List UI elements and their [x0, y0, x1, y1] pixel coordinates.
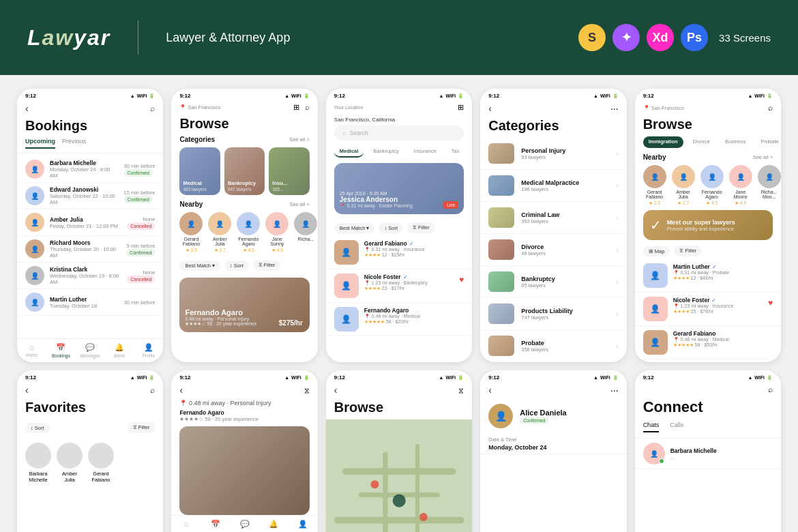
filter-tab-tax[interactable]: Tax	[446, 146, 465, 158]
nav-profile[interactable]: 👤	[289, 520, 318, 529]
grid-icon[interactable]: ⊞	[458, 103, 464, 112]
booking-item[interactable]: 👤 Martin Luther Tuesday, October 18 30 m…	[17, 289, 163, 316]
tab-previous[interactable]: Previous	[62, 138, 86, 149]
nearby-person[interactable]: 👤 AmberJulia ★ 2.7	[672, 165, 695, 206]
lawyer-card[interactable]: 👤 Nicole Foster ✓ 📍 1.23 mi away · Insur…	[635, 293, 781, 326]
category-list-item[interactable]: Divorce 46 lawyers ›	[480, 234, 626, 266]
filter-button[interactable]: ⧖ Filter	[253, 260, 281, 271]
nearby-person[interactable]: 👤 GerardFabiano ★ 2.5	[643, 165, 666, 206]
nav-bookings[interactable]: 📅Bookings	[46, 343, 76, 358]
filter-button[interactable]: ⧖ Filter	[674, 246, 702, 256]
lawyer-card[interactable]: 👤 Nicole Foster ✓ 📍 1.23 mi away · Bankr…	[326, 269, 472, 303]
heart-button[interactable]: ♥	[459, 275, 464, 284]
filter-tab-probate[interactable]: Probate	[755, 136, 781, 148]
nearby-person[interactable]: 👤 FernandoAgaro ★ 4.5	[237, 212, 260, 253]
nav-messages[interactable]: 💬	[230, 520, 259, 529]
back-button[interactable]: ‹	[488, 103, 492, 114]
promoted-card[interactable]: ✓ Meet our super lawyers Proven ability …	[643, 210, 773, 240]
more-button[interactable]: ···	[610, 385, 619, 396]
xd-icon[interactable]: Xd	[647, 24, 674, 51]
tab-chats[interactable]: Chats	[643, 422, 660, 432]
nearby-person[interactable]: 👤 GerardFabiano ★ 3.5	[179, 212, 203, 253]
search-icon[interactable]: ⌕	[305, 103, 310, 112]
best-match-select[interactable]: Best Match ▾	[334, 223, 375, 233]
nav-home[interactable]: ⌂	[171, 520, 201, 529]
fav-person[interactable]: GerardFabiano	[88, 443, 114, 483]
filter-tab-crim[interactable]: Crim...	[469, 146, 472, 158]
filter-button[interactable]: ⧖	[304, 386, 310, 395]
nav-browse[interactable]: 📅	[201, 520, 230, 529]
booking-item[interactable]: 👤 Kristina Clark Wednesday, October 19 ·…	[17, 263, 163, 289]
search-button[interactable]: ⌕	[150, 104, 155, 113]
booking-item[interactable]: 👤 Richard Moors Thursday, October 20 · 1…	[17, 236, 163, 263]
back-button[interactable]: ‹	[25, 103, 29, 114]
category-list-item[interactable]: Criminal Law 392 lawyers ›	[480, 202, 626, 234]
see-all-nearby[interactable]: See all >	[289, 201, 309, 207]
category-list-item[interactable]: Bankruptcy 65 lawyers ›	[480, 266, 626, 298]
lawyer-card[interactable]: 👤 Gerard Fabiano 📍 0.48 mi away · Medica…	[635, 326, 781, 359]
ps-icon[interactable]: Ps	[681, 24, 708, 51]
filter-tab-medical[interactable]: Medical	[334, 146, 364, 158]
category-card-bankruptcy[interactable]: Bankruptcy 947 lawyers	[224, 147, 265, 195]
search-bar[interactable]: ⌕ Search	[334, 125, 464, 141]
filter-icon[interactable]: ⧖	[458, 386, 464, 395]
tab-upcoming[interactable]: Upcoming	[25, 138, 55, 149]
nearby-person[interactable]: 👤 JaneMoore ★ 4.9	[729, 165, 752, 206]
filter-tab-bankruptcy[interactable]: Bankruptcy	[368, 146, 404, 158]
back-button[interactable]: ‹	[334, 385, 338, 396]
sort-button[interactable]: ↕ Sort	[379, 223, 403, 233]
nav-home[interactable]: ⌂Home	[17, 343, 46, 358]
category-list-item[interactable]: Products Liability 747 lawyers ›	[480, 298, 626, 330]
category-list-item[interactable]: Personal Injury 93 lawyers ›	[480, 138, 626, 170]
category-card-insurance[interactable]: Insu... 385...	[269, 147, 309, 195]
fav-person[interactable]: AmberJulia	[57, 443, 83, 483]
search-icon[interactable]: ⌕	[768, 103, 773, 113]
back-button[interactable]: ‹	[488, 385, 492, 396]
figma-icon[interactable]: ✦	[612, 24, 640, 51]
see-all[interactable]: See all >	[289, 136, 309, 143]
lawyer-card[interactable]: 👤 Gerard Fabiano ✓ 📍 0.31 mi away · Insu…	[326, 236, 472, 269]
person-photo-card[interactable]	[179, 426, 309, 515]
see-all[interactable]: See all >	[753, 154, 773, 160]
filter-button[interactable]: ⧖ Filter	[407, 222, 435, 233]
nav-alerts[interactable]: 🔔	[259, 520, 289, 529]
sketch-icon[interactable]: S	[578, 24, 606, 51]
lawyer-card[interactable]: 👤 Martin Luther ✓ 📍 0.31 mi away · Proba…	[635, 259, 781, 293]
nearby-person[interactable]: 👤 Richa...	[294, 212, 317, 253]
sort-button[interactable]: ↕ Sort	[224, 261, 249, 271]
fav-person[interactable]: BarbaraMichelle	[25, 443, 51, 483]
chat-item[interactable]: 👤 Barbara Michelle ...	[635, 439, 781, 469]
booking-item[interactable]: 👤 Barbara Michelle Monday, October 24 · …	[17, 156, 163, 183]
featured-lawyer-card[interactable]: Fernando Agaro 0.48 mi away · Personal I…	[179, 278, 309, 332]
back-button[interactable]: ‹	[179, 385, 183, 396]
heart-button[interactable]: ♥	[768, 298, 773, 308]
filter-tab-immigration[interactable]: Immigration	[643, 136, 683, 148]
filter-button[interactable]: ⧖ Filter	[128, 422, 156, 433]
nearby-person[interactable]: 👤 Richa...Moo...	[758, 165, 781, 206]
filter-tab-business[interactable]: Business	[720, 136, 751, 148]
nav-profile[interactable]: 👤Profile	[134, 343, 164, 358]
sort-button[interactable]: ↕ Sort	[25, 423, 50, 433]
tab-calls[interactable]: Calls	[670, 422, 683, 432]
map-area[interactable]	[326, 419, 472, 532]
best-match-select[interactable]: Best Match ▾	[179, 261, 220, 271]
booking-item[interactable]: 👤 Edward Janowski Saturday, October 22 ·…	[17, 183, 163, 209]
nearby-person[interactable]: 👤 JaneSunny ★ 4.9	[265, 212, 289, 253]
search-icon[interactable]: ⌕	[150, 385, 155, 395]
grid-icon[interactable]: ⊞	[293, 103, 299, 112]
more-button[interactable]: ···	[610, 103, 619, 114]
category-list-item[interactable]: Medical Malpractice 196 lawyers ›	[480, 170, 626, 202]
search-icon[interactable]: ⌕	[768, 385, 773, 394]
booking-item[interactable]: 👤 Amber Julia Friday, October 21 · 12:00…	[17, 209, 163, 236]
nearby-person[interactable]: 👤 AmberJulia ★ 2.7	[208, 212, 231, 253]
nearby-person[interactable]: 👤 FernandoAgaro ★ 4.5	[700, 165, 724, 206]
filter-tab-insurance[interactable]: Insurance	[409, 146, 442, 158]
lawyer-card[interactable]: 👤 Fernando Agaro 📍 0.48 mi away · Medica…	[326, 303, 472, 336]
nav-alerts[interactable]: 🔔Alerts	[105, 343, 134, 358]
map-button[interactable]: ⊞ Map	[643, 246, 670, 256]
category-card-medical[interactable]: Medical 483 lawyers	[179, 147, 220, 195]
featured-card[interactable]: 25 Apr 2019 - 9:30 AM Jessica Anderson 📍…	[334, 163, 464, 214]
nav-messages[interactable]: 💬Messages	[76, 343, 105, 358]
back-button[interactable]: ‹	[25, 385, 29, 396]
category-list-item[interactable]: Probate 356 lawyers ›	[480, 330, 626, 362]
